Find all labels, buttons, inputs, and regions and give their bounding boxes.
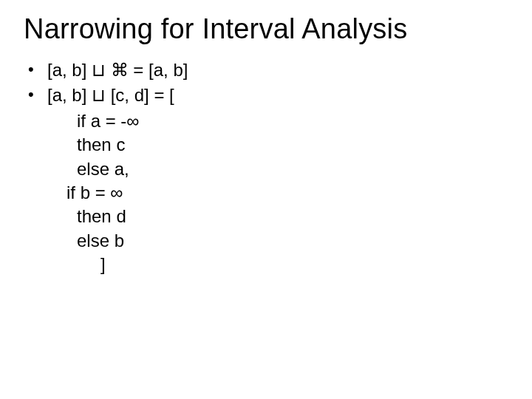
bullet-marker: • — [21, 58, 47, 81]
line-if-b: if b = ∞ — [21, 181, 511, 205]
line-then-c: then c — [21, 133, 511, 157]
line-else-b: else b — [21, 229, 511, 253]
bullet-marker: • — [21, 83, 47, 106]
slide-title: Narrowing for Interval Analysis — [24, 13, 511, 45]
bullet-item-1: • [a, b] ⊔ ⌘ = [a, b] — [21, 58, 511, 82]
bullet-1-text: [a, b] ⊔ ⌘ = [a, b] — [47, 58, 511, 82]
bullet-item-2: • [a, b] ⊔ [c, d] = [ — [21, 83, 511, 107]
line-then-d: then d — [21, 205, 511, 228]
line-close-bracket: ] — [21, 253, 511, 276]
line-if-a: if a = -∞ — [21, 109, 511, 133]
slide-body: • [a, b] ⊔ ⌘ = [a, b] • [a, b] ⊔ [c, d] … — [21, 58, 511, 277]
line-else-a: else a, — [21, 157, 511, 181]
bullet-2-text: [a, b] ⊔ [c, d] = [ — [47, 83, 511, 107]
